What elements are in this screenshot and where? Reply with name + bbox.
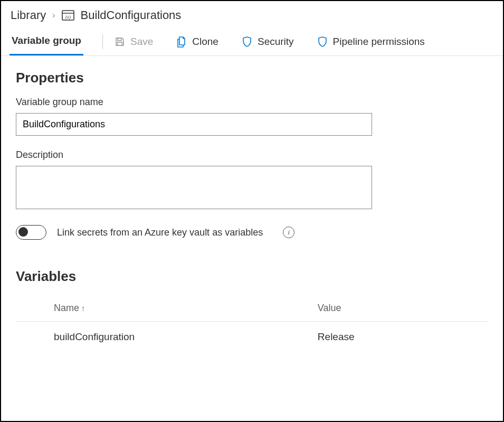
content-area: Properties Variable group name Descripti…: [1, 56, 503, 366]
save-icon: [115, 36, 125, 47]
sort-ascending-icon: ↑: [81, 304, 85, 313]
toolbar-separator: [102, 34, 103, 49]
variables-heading: Variables: [16, 268, 488, 285]
column-header-value[interactable]: Value: [313, 295, 488, 322]
clone-icon: [176, 36, 187, 48]
table-row[interactable]: buildConfiguration Release: [16, 322, 488, 353]
clone-label: Clone: [192, 36, 218, 48]
security-label: Security: [258, 36, 294, 48]
column-header-name[interactable]: Name↑: [16, 295, 313, 322]
info-icon[interactable]: i: [283, 227, 294, 238]
clone-button[interactable]: Clone: [174, 32, 221, 52]
variable-value-cell: Release: [313, 322, 488, 353]
shield-icon: [317, 36, 328, 48]
name-input[interactable]: [16, 113, 372, 136]
save-label: Save: [130, 36, 153, 48]
chevron-right-icon: ›: [52, 11, 55, 20]
link-secrets-label: Link secrets from an Azure key vault as …: [57, 227, 263, 238]
pipeline-permissions-label: Pipeline permissions: [333, 36, 425, 48]
svg-rect-3: [118, 38, 121, 41]
breadcrumb-current: BuildConfigurations: [81, 8, 182, 22]
variables-table: Name↑ Value buildConfiguration Release: [16, 295, 488, 352]
link-secrets-toggle[interactable]: [16, 225, 46, 240]
link-secrets-row: Link secrets from an Azure key vault as …: [16, 225, 488, 240]
variable-group-icon: (x): [62, 10, 74, 21]
description-label: Description: [16, 149, 488, 161]
description-input[interactable]: [16, 166, 372, 209]
shield-icon: [242, 36, 252, 48]
breadcrumb: Library › (x) BuildConfigurations: [1, 1, 503, 27]
toggle-knob: [18, 227, 28, 237]
svg-text:(x): (x): [65, 14, 71, 20]
properties-heading: Properties: [16, 70, 488, 86]
breadcrumb-library-link[interactable]: Library: [11, 8, 46, 22]
field-description: Description: [16, 149, 488, 211]
toolbar: Variable group Save Clone Security Pipel…: [1, 27, 503, 56]
name-label: Variable group name: [16, 97, 488, 108]
tab-variable-group[interactable]: Variable group: [9, 27, 83, 55]
save-button[interactable]: Save: [112, 32, 155, 52]
security-button[interactable]: Security: [240, 32, 296, 52]
variable-name-cell: buildConfiguration: [16, 322, 313, 353]
svg-rect-4: [117, 42, 122, 45]
field-variable-group-name: Variable group name: [16, 97, 488, 136]
pipeline-permissions-button[interactable]: Pipeline permissions: [315, 32, 427, 52]
